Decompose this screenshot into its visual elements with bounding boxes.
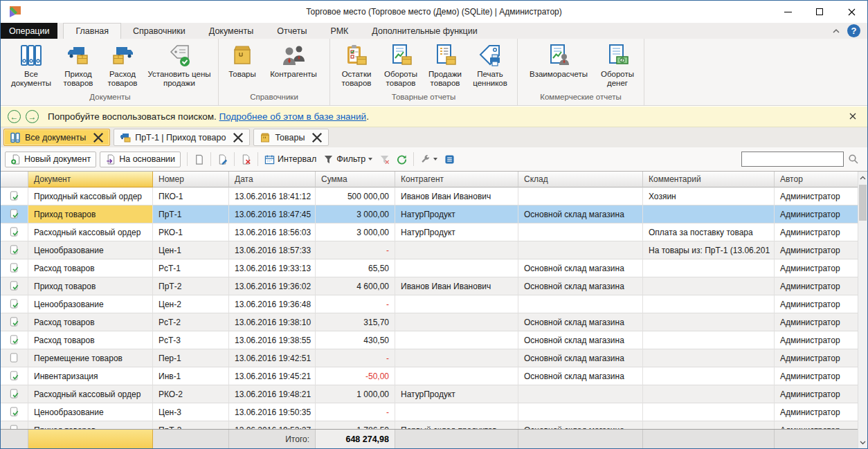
cell-date[interactable]: 13.06.2016 19:52:27 bbox=[229, 421, 316, 429]
goods-button[interactable]: Товары bbox=[223, 44, 262, 79]
cell-contragent[interactable] bbox=[395, 259, 518, 277]
cell-number[interactable]: РсТ-3 bbox=[153, 331, 229, 349]
table-row[interactable]: Приход товаровПрТ-213.06.2016 19:36:024 … bbox=[1, 277, 859, 295]
cell-contragent[interactable] bbox=[395, 403, 518, 421]
cell-date[interactable]: 13.06.2016 19:50:35 bbox=[229, 403, 316, 421]
cell-author[interactable]: Администратор bbox=[775, 385, 859, 403]
maximize-button[interactable] bbox=[804, 1, 835, 23]
cell-sum[interactable]: 315,70 bbox=[316, 313, 395, 331]
cell-document[interactable]: Расход товаров bbox=[28, 259, 153, 277]
cell-date[interactable]: 13.06.2016 19:48:21 bbox=[229, 385, 316, 403]
table-row[interactable]: Расход товаровРсТ-113.06.2016 19:33:1365… bbox=[1, 259, 859, 277]
tab-close-button[interactable] bbox=[90, 132, 104, 143]
refresh-button[interactable] bbox=[393, 152, 410, 167]
cell-contragent[interactable] bbox=[395, 367, 518, 385]
scroll-down-button[interactable] bbox=[858, 437, 867, 448]
cell-author[interactable]: Администратор bbox=[775, 295, 859, 313]
set-sale-prices-button[interactable]: Установить цены продажи bbox=[145, 44, 214, 88]
tab-dop-funkcii[interactable]: Дополнительные функции bbox=[360, 23, 489, 39]
cell-comment[interactable]: На товары из: ПрТ-1 (13.06.201 bbox=[643, 241, 775, 259]
goods-issue-button[interactable]: Расход товаров bbox=[100, 44, 145, 88]
help-button[interactable]: ? bbox=[847, 24, 860, 37]
table-row[interactable]: Расход товаровРсТ-213.06.2016 19:38:1031… bbox=[1, 313, 859, 331]
cell-number[interactable]: Цен-2 bbox=[153, 295, 229, 313]
cell-document[interactable]: Инвентаризация bbox=[28, 367, 153, 385]
header-comment[interactable]: Комментарий bbox=[643, 172, 775, 187]
scrollbar-thumb[interactable] bbox=[859, 185, 867, 221]
cell-document[interactable]: Ценообразование bbox=[28, 295, 153, 313]
table-row[interactable]: Приход товаровПрТ-113.06.2016 18:47:453 … bbox=[1, 205, 859, 223]
cell-contragent[interactable]: Иванов Иван Иванович bbox=[395, 277, 518, 295]
cell-sum[interactable]: 4 600,00 bbox=[316, 277, 395, 295]
operations-menu-button[interactable]: Операции bbox=[1, 23, 57, 39]
cell-document[interactable]: Расход товаров bbox=[28, 313, 153, 331]
clear-filter-button[interactable] bbox=[376, 152, 393, 167]
edit-document-button[interactable] bbox=[214, 152, 231, 167]
cell-contragent[interactable] bbox=[395, 349, 518, 367]
cell-comment[interactable] bbox=[643, 295, 775, 313]
tab-close-button[interactable] bbox=[309, 132, 323, 143]
header-sum[interactable]: Сумма bbox=[316, 172, 395, 187]
cell-warehouse[interactable] bbox=[518, 385, 643, 403]
tab-close-button[interactable] bbox=[230, 132, 244, 143]
cell-sum[interactable]: 1 000,00 bbox=[316, 385, 395, 403]
cell-date[interactable]: 13.06.2016 19:42:51 bbox=[229, 349, 316, 367]
goods-receipt-button[interactable]: Приход товаров bbox=[56, 44, 100, 88]
cell-document[interactable]: Перемещение товаров bbox=[28, 349, 153, 367]
table-row[interactable]: Приходный кассовый ордерПКО-113.06.2016 … bbox=[1, 187, 859, 205]
cell-number[interactable]: ПКО-1 bbox=[153, 187, 229, 205]
knowledge-base-link[interactable]: Подробнее об этом в базе знаний bbox=[219, 111, 367, 122]
close-button[interactable] bbox=[835, 1, 867, 23]
cell-comment[interactable]: Оплата за поставку товара bbox=[643, 223, 775, 241]
cell-author[interactable]: Администратор bbox=[775, 241, 859, 259]
cell-comment[interactable] bbox=[643, 313, 775, 331]
cell-contragent[interactable] bbox=[395, 331, 518, 349]
vertical-scrollbar[interactable] bbox=[858, 172, 867, 448]
cell-document[interactable]: Ценообразование bbox=[28, 241, 153, 259]
cell-document[interactable]: Расход товаров bbox=[28, 331, 153, 349]
cell-date[interactable]: 13.06.2016 19:38:10 bbox=[229, 313, 316, 331]
contractors-button[interactable]: Контрагенты bbox=[262, 44, 325, 79]
cell-document[interactable]: Расходный кассовый ордер bbox=[28, 385, 153, 403]
cell-warehouse[interactable] bbox=[518, 241, 643, 259]
cell-sum[interactable]: - bbox=[316, 349, 395, 367]
cell-document[interactable]: Приход товаров bbox=[28, 277, 153, 295]
cell-date[interactable]: 13.06.2016 18:56:03 bbox=[229, 223, 316, 241]
header-warehouse[interactable]: Склад bbox=[518, 172, 643, 187]
cell-sum[interactable]: 3 000,00 bbox=[316, 205, 395, 223]
header-number[interactable]: Номер bbox=[153, 172, 229, 187]
cell-warehouse[interactable] bbox=[518, 187, 643, 205]
cell-document[interactable]: Ценообразование bbox=[28, 403, 153, 421]
based-on-button[interactable]: На основании bbox=[100, 152, 181, 167]
tab-spravochniki[interactable]: Справочники bbox=[121, 23, 197, 39]
cell-contragent[interactable]: НатурПродукт bbox=[395, 223, 518, 241]
cell-warehouse[interactable]: Основной склад магазина bbox=[518, 421, 643, 429]
cell-contragent[interactable]: НатурПродукт bbox=[395, 205, 518, 223]
header-status-column[interactable] bbox=[1, 172, 28, 187]
cell-number[interactable]: ПрТ-3 bbox=[153, 421, 229, 429]
header-date[interactable]: Дата bbox=[229, 172, 316, 187]
cell-sum[interactable]: 430,50 bbox=[316, 331, 395, 349]
goods-sales-button[interactable]: Продажи товаров bbox=[423, 44, 467, 88]
cell-warehouse[interactable]: Основной склад магазина bbox=[518, 205, 643, 223]
table-row[interactable]: Перемещение товаровПер-113.06.2016 19:42… bbox=[1, 349, 859, 367]
back-arrow-button[interactable]: ← bbox=[8, 110, 21, 123]
cell-author[interactable]: Администратор bbox=[775, 313, 859, 331]
cell-sum[interactable]: - bbox=[316, 295, 395, 313]
cell-author[interactable]: Администратор bbox=[775, 277, 859, 295]
new-document-button[interactable]: Новый документ bbox=[5, 152, 96, 167]
tab-otchety[interactable]: Отчеты bbox=[265, 23, 318, 39]
stock-balance-button[interactable]: Остатки товаров bbox=[334, 44, 379, 88]
cell-author[interactable]: Администратор bbox=[775, 367, 859, 385]
cell-document[interactable]: Приход товаров bbox=[28, 205, 153, 223]
cell-warehouse[interactable]: Основной склад магазина bbox=[518, 277, 643, 295]
cell-author[interactable]: Администратор bbox=[775, 205, 859, 223]
cell-date[interactable]: 13.06.2016 18:41:12 bbox=[229, 187, 316, 205]
cell-document[interactable]: Приходный кассовый ордер bbox=[28, 187, 153, 205]
cell-warehouse[interactable]: Основной склад магазина bbox=[518, 331, 643, 349]
cell-warehouse[interactable] bbox=[518, 403, 643, 421]
doc-tab-goods[interactable]: Товары bbox=[253, 129, 329, 146]
cell-comment[interactable] bbox=[643, 277, 775, 295]
table-row[interactable]: ЦенообразованиеЦен-213.06.2016 19:36:48-… bbox=[1, 295, 859, 313]
cell-warehouse[interactable]: Основной склад магазина bbox=[518, 367, 643, 385]
